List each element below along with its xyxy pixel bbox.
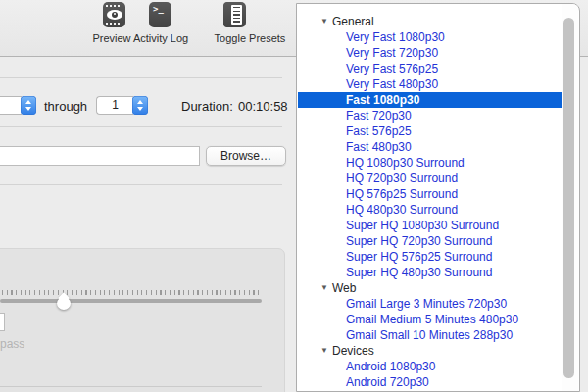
disclosure-triangle-icon[interactable]: ▼: [320, 343, 328, 359]
preset-label: Very Fast 1080p30: [346, 29, 445, 45]
separator: [0, 386, 262, 387]
disclosure-triangle-icon[interactable]: ▼: [320, 280, 328, 296]
duration-value: 00:10:58: [238, 99, 288, 114]
preset-label: HQ 720p30 Surround: [346, 171, 458, 186]
preset-label: Fast 1080p30: [346, 92, 419, 108]
preset-item[interactable]: Gmail Medium 5 Minutes 480p30: [298, 312, 565, 327]
eye-icon: [107, 10, 122, 20]
film-sprocket-dots: [106, 23, 122, 24]
preset-label: Very Fast 480p30: [346, 76, 438, 92]
through-label: through: [44, 99, 87, 114]
duration-label: Duration:: [181, 99, 233, 114]
preset-item[interactable]: HQ 1080p30 Surround: [298, 155, 565, 171]
chapter-end-stepper[interactable]: 1: [96, 96, 148, 115]
preset-label: HQ 1080p30 Surround: [346, 155, 465, 171]
preset-label: Devices: [332, 343, 374, 359]
preview-eye-film-icon[interactable]: [103, 2, 125, 27]
terminal-icon[interactable]: >_: [149, 2, 172, 27]
preset-item[interactable]: Gmail Small 10 Minutes 288p30: [298, 327, 565, 343]
preset-label: Gmail Small 10 Minutes 288p30: [346, 327, 513, 343]
preset-label: Gmail Large 3 Minutes 720p30: [346, 296, 507, 312]
video-settings-groupbox: [0, 248, 285, 392]
preset-group-header[interactable]: ▼General: [298, 14, 565, 29]
preset-item[interactable]: HQ 480p30 Surround: [298, 202, 565, 218]
preset-label: Gmail Medium 5 Minutes 480p30: [346, 312, 518, 327]
chapter-end-field[interactable]: 1: [96, 96, 133, 115]
preset-label: HQ 576p25 Surround: [346, 186, 458, 202]
preset-label: Super HQ 576p25 Surround: [346, 249, 492, 265]
toggle-presets-button-label[interactable]: Toggle Presets: [208, 32, 292, 44]
preset-label: Android 1080p30: [346, 359, 435, 374]
preset-group-header[interactable]: ▼Devices: [298, 343, 565, 359]
disclosure-triangle-icon[interactable]: ▼: [320, 14, 328, 29]
scrollbar-thumb[interactable]: [564, 18, 574, 378]
preset-label: Super HQ 720p30 Surround: [346, 233, 492, 249]
preset-item[interactable]: Android 720p30: [298, 374, 565, 390]
preset-item[interactable]: Very Fast 1080p30: [298, 29, 565, 45]
preset-label: Very Fast 720p30: [346, 45, 438, 61]
preset-label: Super HQ 480p30 Surround: [346, 265, 492, 280]
preset-item[interactable]: HQ 720p30 Surround: [298, 171, 565, 186]
quality-slider-ticks: [2, 290, 261, 295]
preset-item[interactable]: Super HQ 480p30 Surround: [298, 265, 565, 280]
preset-label: Fast 480p30: [346, 139, 412, 155]
preset-label: General: [332, 14, 374, 29]
stepper-arrows-icon[interactable]: [21, 96, 36, 115]
preset-item[interactable]: Super HQ 720p30 Surround: [298, 233, 565, 249]
chapter-start-field[interactable]: [0, 96, 22, 115]
preset-label: HQ 480p30 Surround: [346, 202, 458, 218]
preset-item[interactable]: Android 1080p30: [298, 359, 565, 374]
handbrake-window: Preview >_ Activity Log Toggle Presets t…: [0, 0, 588, 392]
preset-label: Very Fast 576p25: [346, 61, 438, 76]
preset-item[interactable]: Fast 480p30: [298, 139, 565, 155]
preset-item[interactable]: Super HQ 1080p30 Surround: [298, 218, 565, 233]
preset-label: Web: [332, 280, 356, 296]
chapter-start-stepper[interactable]: [0, 96, 36, 115]
separator: [0, 77, 282, 78]
quality-slider[interactable]: [0, 299, 262, 303]
preset-label: Super HQ 1080p30 Surround: [346, 218, 499, 233]
two-pass-label: pass: [0, 337, 24, 351]
preset-item[interactable]: Very Fast 576p25: [298, 61, 565, 76]
preset-item[interactable]: Fast 576p25: [298, 123, 565, 139]
preset-group-header[interactable]: ▼Web: [298, 280, 565, 296]
separator: [0, 184, 282, 185]
scrollbar-track[interactable]: [562, 4, 578, 391]
destination-file-input[interactable]: [0, 146, 200, 166]
preset-item[interactable]: Super HQ 576p25 Surround: [298, 249, 565, 265]
film-sprocket-dots: [106, 5, 122, 7]
quality-slider-thumb[interactable]: [57, 294, 71, 310]
separator: [0, 126, 282, 127]
stepper-arrows-icon[interactable]: [132, 96, 148, 115]
preset-label: Fast 576p25: [346, 123, 412, 139]
preset-item[interactable]: Fast 720p30: [298, 108, 565, 123]
preset-item[interactable]: Very Fast 480p30: [298, 76, 565, 92]
preset-item[interactable]: HQ 576p25 Surround: [298, 186, 565, 202]
preset-label: Fast 720p30: [346, 108, 412, 123]
preset-item[interactable]: Very Fast 720p30: [298, 45, 565, 61]
preset-label: Android 720p30: [346, 374, 429, 390]
preset-item[interactable]: Fast 1080p30: [298, 92, 565, 108]
presets-drawer-icon[interactable]: [223, 2, 246, 27]
bitrate-field[interactable]: [0, 313, 5, 331]
presets-drawer: ▼GeneralVery Fast 1080p30Very Fast 720p3…: [296, 3, 580, 392]
preset-item[interactable]: Gmail Large 3 Minutes 720p30: [298, 296, 565, 312]
activity-log-button-label[interactable]: Activity Log: [129, 32, 192, 44]
browse-button[interactable]: Browse…: [206, 146, 286, 166]
